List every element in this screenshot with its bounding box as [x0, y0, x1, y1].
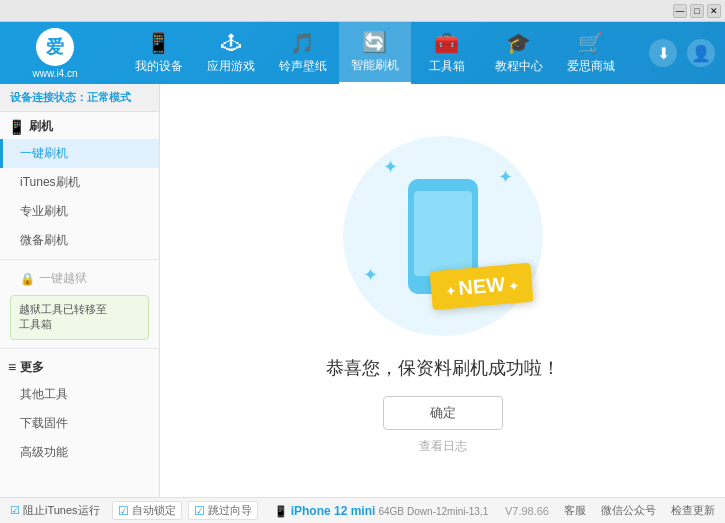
- sidebar-item-itunes-flash[interactable]: iTunes刷机: [0, 168, 159, 197]
- nav-ringtone-label: 铃声壁纸: [279, 58, 327, 75]
- minimize-btn[interactable]: —: [673, 4, 687, 18]
- shop-icon: 🛒: [578, 31, 603, 55]
- nav-tutorial-label: 教程中心: [495, 58, 543, 75]
- view-log-link[interactable]: 查看日志: [419, 438, 467, 455]
- more-section-label: 更多: [20, 359, 44, 376]
- ringtone-icon: 🎵: [290, 31, 315, 55]
- phone-screen: [414, 191, 472, 276]
- logo-url: www.i4.cn: [32, 68, 77, 79]
- bottom-right: V7.98.66 客服 微信公众号 检查更新: [505, 503, 715, 518]
- version-label: V7.98.66: [505, 505, 549, 517]
- logo[interactable]: 爱 www.i4.cn: [10, 28, 100, 79]
- header: 爱 www.i4.cn 📱 我的设备 🕹 应用游戏 🎵 铃声壁纸 🔄 智能刷机 …: [0, 22, 725, 84]
- success-graphic: NEW ✦ ✦ ✦: [333, 126, 553, 346]
- stop-itunes-area: ☑ 阻止iTunes运行: [10, 503, 100, 518]
- nav-my-device[interactable]: 📱 我的设备: [123, 22, 195, 84]
- my-device-icon: 📱: [146, 31, 171, 55]
- sidebar-section-flash: 📱 刷机: [0, 112, 159, 139]
- user-btn[interactable]: 👤: [687, 39, 715, 67]
- header-right: ⬇ 👤: [649, 39, 715, 67]
- more-section-icon: ≡: [8, 359, 16, 375]
- flash-section-icon: 📱: [8, 119, 25, 135]
- sparkle-icon-3: ✦: [363, 264, 378, 286]
- sidebar-item-one-click-flash[interactable]: 一键刷机: [0, 139, 159, 168]
- nav-apps-games[interactable]: 🕹 应用游戏: [195, 22, 267, 84]
- stop-itunes-checkbox[interactable]: ☑: [10, 504, 20, 517]
- divider-1: [0, 259, 159, 260]
- status-value: 正常模式: [87, 91, 131, 103]
- divider-2: [0, 348, 159, 349]
- phone-circle-bg: NEW ✦ ✦ ✦: [343, 136, 543, 336]
- jailbreak-label: 一键越狱: [39, 270, 87, 287]
- auto-lock-checkbox-icon: ☑: [118, 504, 129, 518]
- sidebar-item-advanced[interactable]: 高级功能: [0, 438, 159, 467]
- check-update-link[interactable]: 检查更新: [671, 503, 715, 518]
- toolbox-icon: 🧰: [434, 31, 459, 55]
- nav-smart-flash-label: 智能刷机: [351, 57, 399, 74]
- skip-guide-checkbox-item[interactable]: ☑ 跳过向导: [188, 501, 258, 520]
- apps-games-icon: 🕹: [221, 32, 241, 55]
- logo-icon: 爱: [36, 28, 74, 66]
- wechat-link[interactable]: 微信公众号: [601, 503, 656, 518]
- nav-shop-label: 爱思商城: [567, 58, 615, 75]
- nav-toolbox-label: 工具箱: [429, 58, 465, 75]
- device-icon: 📱: [274, 505, 291, 517]
- success-message: 恭喜您，保资料刷机成功啦！: [326, 356, 560, 380]
- sidebar-item-pro-flash[interactable]: 专业刷机: [0, 197, 159, 226]
- sidebar: 设备连接状态：正常模式 📱 刷机 一键刷机 iTunes刷机 专业刷机 微备刷机…: [0, 84, 160, 497]
- download-btn[interactable]: ⬇: [649, 39, 677, 67]
- main-area: 设备连接状态：正常模式 📱 刷机 一键刷机 iTunes刷机 专业刷机 微备刷机…: [0, 84, 725, 497]
- confirm-button[interactable]: 确定: [383, 396, 503, 430]
- skip-guide-label: 跳过向导: [208, 503, 252, 518]
- skip-guide-checkbox-icon: ☑: [194, 504, 205, 518]
- device-name: iPhone 12 mini: [291, 504, 376, 518]
- sidebar-item-download-firmware[interactable]: 下载固件: [0, 409, 159, 438]
- nav-ringtone[interactable]: 🎵 铃声壁纸: [267, 22, 339, 84]
- device-capacity: 64GB: [378, 506, 404, 517]
- bottom-left: ☑ 阻止iTunes运行 ☑ 自动锁定 ☑ 跳过向导 📱 iPhone 12 m…: [10, 501, 505, 520]
- nav-toolbox[interactable]: 🧰 工具箱: [411, 22, 483, 84]
- close-btn[interactable]: ✕: [707, 4, 721, 18]
- stop-itunes-label: 阻止iTunes运行: [23, 503, 100, 518]
- sidebar-section-jailbreak: 🔒 一键越狱: [0, 264, 159, 291]
- jailbreak-notice: 越狱工具已转移至工具箱: [10, 295, 149, 340]
- lock-icon: 🔒: [20, 272, 35, 286]
- nav-tutorial[interactable]: 🎓 教程中心: [483, 22, 555, 84]
- sidebar-item-micro-backup-flash[interactable]: 微备刷机: [0, 226, 159, 255]
- flash-section-label: 刷机: [29, 118, 53, 135]
- device-firmware: Down-12mini-13,1: [407, 506, 488, 517]
- device-info: 📱 iPhone 12 mini 64GB Down-12mini-13,1: [274, 504, 489, 518]
- sidebar-item-other-tools[interactable]: 其他工具: [0, 380, 159, 409]
- sparkle-icon-2: ✦: [498, 166, 513, 188]
- nav-my-device-label: 我的设备: [135, 58, 183, 75]
- sidebar-section-more: ≡ 更多: [0, 353, 159, 380]
- main-nav: 📱 我的设备 🕹 应用游戏 🎵 铃声壁纸 🔄 智能刷机 🧰 工具箱 🎓 教程中心…: [100, 22, 649, 84]
- new-badge: NEW: [430, 263, 534, 311]
- auto-lock-checkbox-item[interactable]: ☑ 自动锁定: [112, 501, 182, 520]
- maximize-btn[interactable]: □: [690, 4, 704, 18]
- nav-smart-flash[interactable]: 🔄 智能刷机: [339, 22, 411, 84]
- bottom-bar: ☑ 阻止iTunes运行 ☑ 自动锁定 ☑ 跳过向导 📱 iPhone 12 m…: [0, 497, 725, 523]
- smart-flash-icon: 🔄: [362, 30, 387, 54]
- sparkle-icon-1: ✦: [383, 156, 398, 178]
- status-label: 设备连接状态：: [10, 91, 87, 103]
- tutorial-icon: 🎓: [506, 31, 531, 55]
- connection-status: 设备连接状态：正常模式: [0, 84, 159, 112]
- nav-shop[interactable]: 🛒 爱思商城: [555, 22, 627, 84]
- main-content: NEW ✦ ✦ ✦ 恭喜您，保资料刷机成功啦！ 确定 查看日志: [160, 84, 725, 497]
- title-bar: — □ ✕: [0, 0, 725, 22]
- auto-lock-label: 自动锁定: [132, 503, 176, 518]
- nav-apps-games-label: 应用游戏: [207, 58, 255, 75]
- customer-service-link[interactable]: 客服: [564, 503, 586, 518]
